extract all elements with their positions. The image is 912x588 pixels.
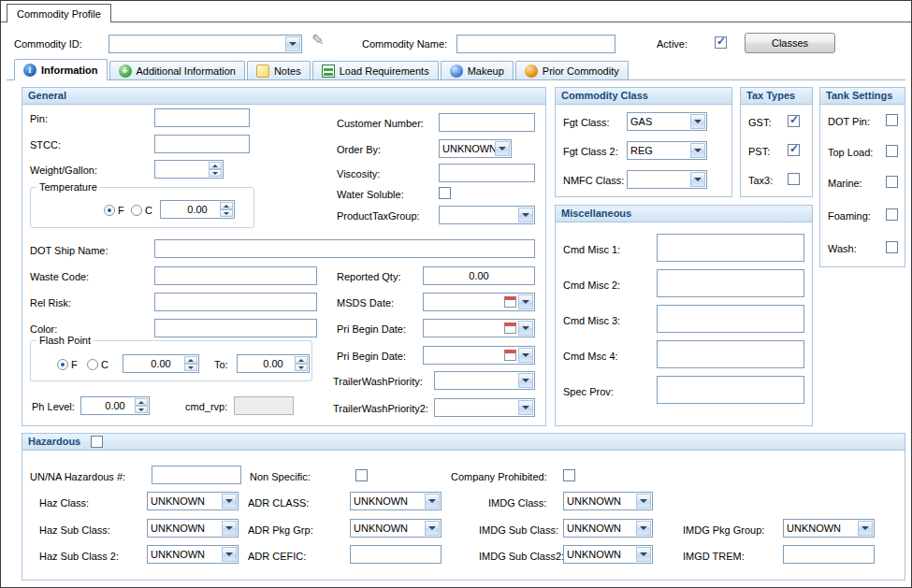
customer-number-input[interactable] <box>439 113 535 132</box>
edit-pencil-icon[interactable]: ✎ <box>311 31 324 49</box>
spinner-up-icon[interactable] <box>295 356 308 364</box>
chevron-down-icon[interactable] <box>425 494 440 509</box>
tax3-checkbox[interactable] <box>788 173 800 185</box>
rel-risk-input[interactable] <box>154 293 317 311</box>
weight-gallon-spinner[interactable] <box>154 160 224 179</box>
fgt-class2-select[interactable]: REG <box>627 141 707 160</box>
chevron-down-icon[interactable] <box>518 321 533 336</box>
imdg-sub-class2-select[interactable]: UNKNOWN <box>563 545 653 564</box>
color-input[interactable] <box>154 319 317 337</box>
nmfc-class-select[interactable] <box>627 170 707 189</box>
chevron-down-icon[interactable] <box>222 547 237 562</box>
chevron-down-icon[interactable] <box>518 373 533 388</box>
chevron-down-icon[interactable] <box>425 521 440 536</box>
tab-makeup[interactable]: Makeup <box>441 61 514 79</box>
ph-level-spinner[interactable]: 0.00 <box>80 396 150 415</box>
cmd-misc3-input[interactable] <box>657 305 804 333</box>
tab-load-requirements[interactable]: Load Requirements <box>312 61 439 79</box>
chevron-down-icon[interactable] <box>858 521 873 536</box>
haz-sub-class2-select[interactable]: UNKNOWN <box>147 545 239 564</box>
chevron-down-icon[interactable] <box>495 141 510 156</box>
water-soluble-checkbox[interactable] <box>439 187 451 199</box>
wash-checkbox[interactable] <box>886 241 898 253</box>
trailer-wash-priority-select[interactable] <box>434 371 535 390</box>
haz-class-select[interactable]: UNKNOWN <box>147 492 239 510</box>
waste-code-input[interactable] <box>154 266 317 285</box>
spinner-up-icon[interactable] <box>135 398 148 406</box>
tab-prior-commodity[interactable]: Prior Commodity <box>515 61 629 79</box>
flash-f-radio[interactable] <box>57 359 68 370</box>
chevron-down-icon[interactable] <box>690 114 705 129</box>
spinner-up-icon[interactable] <box>184 356 197 364</box>
chevron-down-icon[interactable] <box>518 294 533 309</box>
reported-qty-input[interactable]: 0.00 <box>423 266 535 285</box>
company-prohibited-checkbox[interactable] <box>563 469 575 481</box>
marine-checkbox[interactable] <box>886 176 898 188</box>
order-by-select[interactable]: UNKNOWN <box>439 139 512 158</box>
spinner-down-icon[interactable] <box>220 209 233 217</box>
spinner-down-icon[interactable] <box>295 364 308 371</box>
tab-notes[interactable]: Notes <box>247 61 311 79</box>
active-checkbox[interactable] <box>715 36 727 49</box>
spinner-down-icon[interactable] <box>184 364 197 371</box>
imdg-class-select[interactable]: UNKNOWN <box>563 492 653 510</box>
chevron-down-icon[interactable] <box>518 348 533 363</box>
spinner-down-icon[interactable] <box>209 169 222 177</box>
chevron-down-icon[interactable] <box>636 494 651 509</box>
haz-sub-class-select[interactable]: UNKNOWN <box>147 519 239 538</box>
product-tax-group-select[interactable] <box>439 206 535 224</box>
flash-point-to-spinner[interactable]: 0.00 <box>237 354 310 373</box>
chevron-down-icon[interactable] <box>636 547 651 562</box>
chevron-down-icon[interactable] <box>222 521 237 536</box>
viscosity-input[interactable] <box>439 164 535 182</box>
cmd-msc4-input[interactable] <box>657 340 804 368</box>
chevron-down-icon[interactable] <box>222 494 237 509</box>
chevron-down-icon[interactable] <box>690 172 705 187</box>
makeup-icon <box>450 65 463 78</box>
temperature-c-radio[interactable] <box>131 205 142 216</box>
cmd-misc2-input[interactable] <box>657 269 804 297</box>
gst-checkbox[interactable] <box>788 115 800 127</box>
non-specific-checkbox[interactable] <box>355 469 368 481</box>
commodity-id-combobox[interactable] <box>109 35 302 53</box>
imdg-pkg-group-select[interactable]: UNKNOWN <box>783 519 875 538</box>
temperature-value-spinner[interactable]: 0.00 <box>160 200 235 219</box>
tab-additional-information[interactable]: Additional Information <box>109 61 245 79</box>
tab-information[interactable]: Information <box>14 59 108 80</box>
spec-prov-input[interactable] <box>657 376 804 404</box>
msds-date-input[interactable] <box>423 293 535 311</box>
commodity-name-input[interactable] <box>456 35 615 53</box>
imgd-trem-input[interactable] <box>783 545 875 564</box>
pin-input[interactable] <box>154 108 250 127</box>
cmd-misc1-input[interactable] <box>657 234 804 262</box>
flash-c-radio[interactable] <box>87 359 98 370</box>
chevron-down-icon[interactable] <box>285 36 300 51</box>
spinner-up-icon[interactable] <box>220 202 233 209</box>
temperature-f-radio[interactable] <box>104 205 115 216</box>
flash-point-value-spinner[interactable]: 0.00 <box>123 354 199 373</box>
spinner-down-icon[interactable] <box>135 406 148 413</box>
tab-commodity-profile[interactable]: Commodity Profile <box>7 4 111 22</box>
trailer-wash-priority2-select[interactable] <box>434 398 535 417</box>
chevron-down-icon[interactable] <box>518 400 533 415</box>
hazardous-checkbox[interactable] <box>91 436 103 448</box>
dot-ship-name-input[interactable] <box>154 239 535 258</box>
pri-begin-date-input[interactable] <box>423 319 535 337</box>
dot-pin-checkbox[interactable] <box>886 114 898 126</box>
top-load-checkbox[interactable] <box>886 145 898 157</box>
pst-checkbox[interactable] <box>788 144 800 156</box>
adr-pkg-grp-select[interactable]: UNKNOWN <box>350 519 442 538</box>
chevron-down-icon[interactable] <box>636 521 651 536</box>
classes-button[interactable]: Classes <box>745 33 835 53</box>
spinner-up-icon[interactable] <box>209 162 222 169</box>
imdg-sub-class-select[interactable]: UNKNOWN <box>563 519 653 538</box>
pri-begin-date2-input[interactable] <box>423 346 535 365</box>
adr-cefic-input[interactable] <box>350 545 442 564</box>
un-na-hazardous-input[interactable] <box>152 466 241 484</box>
stcc-input[interactable] <box>154 135 250 153</box>
chevron-down-icon[interactable] <box>690 143 705 158</box>
chevron-down-icon[interactable] <box>518 208 533 222</box>
foaming-checkbox[interactable] <box>886 208 898 221</box>
fgt-class-select[interactable]: GAS <box>627 112 707 131</box>
adr-class-select[interactable]: UNKNOWN <box>350 492 442 510</box>
